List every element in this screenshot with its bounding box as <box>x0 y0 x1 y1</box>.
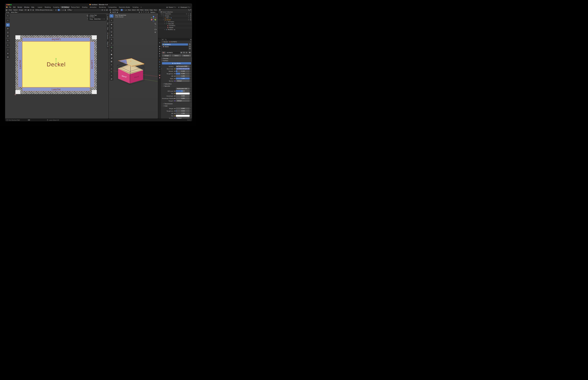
proportional-edit-icon[interactable]: ◎ <box>104 9 106 11</box>
workspace-tab[interactable]: Modeling <box>43 6 52 8</box>
decorator-dot[interactable] <box>190 81 191 81</box>
decorator-dot[interactable] <box>190 76 191 76</box>
property-field[interactable]: ● Principled BSDF <box>176 65 190 67</box>
viewport-tool-button[interactable]: ▣ <box>110 53 113 56</box>
move-gizmo[interactable] <box>52 57 60 66</box>
decorator-dot[interactable] <box>190 91 191 92</box>
outliner-row[interactable]: ▸ ⚙ Modifiers ▣ <box>158 29 192 31</box>
editor-type-icon[interactable]: ▧▾ <box>109 9 111 11</box>
property-field[interactable]: 0.000 <box>176 97 190 99</box>
vertex-dot[interactable] <box>144 63 144 64</box>
property-field[interactable]: 0.500 <box>176 90 190 92</box>
outliner-row[interactable]: ▾ + Empty ⊙ ▣ <box>158 15 192 17</box>
decorator-dot[interactable] <box>190 93 191 94</box>
workspace-tab[interactable]: Animation <box>89 6 98 8</box>
vertex-dot[interactable] <box>131 58 132 59</box>
uv-flap-right[interactable]: Lasche <box>90 41 94 87</box>
decorator-dot[interactable] <box>190 73 191 74</box>
uv-tool-button[interactable]: ↖ <box>6 14 10 18</box>
properties-tab[interactable]: ▥ <box>158 50 161 52</box>
search-icon[interactable] <box>188 9 190 10</box>
decorator-dot[interactable] <box>190 115 191 116</box>
viewport-tool-button[interactable]: ↥ <box>110 49 113 52</box>
viewport-menu-item[interactable]: Mesh <box>140 9 144 11</box>
panel-coat[interactable]: ▾Coat <box>161 105 192 107</box>
viewport-tool-button[interactable]: ⌖ <box>110 19 113 22</box>
viewport-tool-button[interactable]: ✚ <box>110 23 113 26</box>
outliner-row[interactable]: ▾ ☑ ▢ Collection ☑ ⊙ ▣ <box>158 13 192 15</box>
drag-mode-dropdown[interactable]: Select Box▾ <box>94 18 105 20</box>
hide-eye-icon[interactable]: ⊙ <box>188 17 189 19</box>
uv-menu-item[interactable]: UV <box>24 9 27 11</box>
remove-viewlayer-icon[interactable]: × <box>189 7 190 8</box>
sidebar-tab[interactable]: Tool <box>107 21 108 26</box>
snap-icon[interactable]: Ω▾ <box>101 9 104 11</box>
add-slot-button[interactable]: + <box>189 43 191 45</box>
uv-tool-button[interactable]: ◱ <box>6 31 10 34</box>
panel-subsurface[interactable]: ▸Subsurface <box>161 83 192 85</box>
viewport-tool-button[interactable]: ◢ <box>110 56 113 59</box>
vertex-dot[interactable] <box>138 65 138 65</box>
properties-tab[interactable]: ▽ <box>158 71 161 73</box>
mesh-select-mode-button[interactable]: ▰ <box>125 9 127 11</box>
outliner-row[interactable]: ▾ ▲ Deckel ⊙ ▣ <box>158 19 192 21</box>
sidebar-tab[interactable]: View <box>107 26 108 31</box>
panel-preview[interactable]: ▸Preview <box>161 57 192 59</box>
outliner-row[interactable]: ▾ ▽ Cube.002 <box>158 23 192 25</box>
delete-scene-icon[interactable]: × <box>175 7 176 8</box>
disable-render-camera-icon[interactable]: ▣ <box>190 15 191 17</box>
mirror-axis-button[interactable]: X <box>141 11 143 13</box>
navigation-gizmo[interactable]: Z Y X <box>150 16 156 22</box>
decorator-dot[interactable] <box>190 108 191 109</box>
open-image-icon[interactable]: ▤ <box>32 9 34 11</box>
viewport-menu-item[interactable]: View <box>127 9 131 11</box>
filter-funnel-icon[interactable]: ▼ <box>190 9 191 11</box>
material-slot[interactable]: INSIDE <box>162 46 188 48</box>
active-vertex-dot[interactable] <box>131 66 132 66</box>
disable-render-camera-icon[interactable]: ▣ <box>190 13 191 15</box>
fake-user-icon[interactable]: ◈ <box>180 52 183 54</box>
mesh-select-mode-button[interactable]: ∕ <box>123 9 125 11</box>
workspace-tab[interactable]: Texture Paint <box>70 6 81 8</box>
sidebar-tab[interactable]: Image <box>107 15 108 21</box>
selectable-checkbox-icon[interactable] <box>186 19 187 20</box>
options-dropdown[interactable]: Options▾ <box>150 11 157 13</box>
uv-select-mode-button[interactable]: ▰ <box>62 9 64 11</box>
zoom-icon[interactable] <box>155 23 156 24</box>
topbar-menu-item[interactable]: Help <box>30 6 35 8</box>
collection-checkbox-icon[interactable]: ☑ <box>161 13 162 15</box>
uv-map-selector[interactable]: UVMap▾ <box>67 9 74 11</box>
panel-specular[interactable]: ▾Specular <box>161 85 192 87</box>
properties-tab[interactable]: ▣ <box>158 45 161 47</box>
camera-view-icon[interactable] <box>155 29 156 30</box>
viewport-canvas[interactable]: Wand Wand <box>109 13 158 118</box>
properties-tab[interactable]: ◆ <box>158 52 161 55</box>
close-window-button[interactable] <box>6 4 8 5</box>
uv-tool-button[interactable]: ≋ <box>6 52 10 55</box>
properties-tab[interactable]: ▩ <box>158 76 161 79</box>
uv-menu-item[interactable]: View <box>8 9 13 11</box>
shading-mode-icon[interactable]: ◩ <box>114 11 116 13</box>
decorator-dot[interactable] <box>190 113 191 114</box>
uv-flap-top[interactable]: Lasche <box>22 38 90 41</box>
filter-funnel-icon[interactable]: ▼ <box>189 52 191 54</box>
scene-selector[interactable]: ▦ ▾ Scene ❐ × <box>166 6 177 8</box>
workspace-tab[interactable]: Layout <box>36 6 43 8</box>
properties-tab[interactable]: ∾ <box>158 68 161 70</box>
properties-tab[interactable]: ▢ <box>158 58 161 60</box>
outliner-row[interactable]: ● INSIDE <box>158 27 192 29</box>
panel-transmission[interactable]: ▸Transmission <box>161 103 192 105</box>
breadcrumb-material[interactable]: OUTMAT2 <box>171 41 177 43</box>
outliner-row[interactable]: ● OUTMAT2 <box>158 25 192 27</box>
uv-canvas[interactable]: Lasche Lasche Lasche Lasche Deckel <box>5 13 108 118</box>
viewport-tool-button[interactable]: △ <box>110 67 113 70</box>
expander-icon[interactable]: ▸ <box>164 29 165 30</box>
uv-tool-button[interactable]: ✎ <box>6 39 10 42</box>
uv-tool-button[interactable]: ✚ <box>6 23 10 27</box>
outliner-row[interactable]: ▸ ▲ Box ▽ ⚙ ⊙ ▣ <box>158 17 192 19</box>
viewport-tool-button[interactable]: ✎ <box>110 38 113 41</box>
expander-icon[interactable]: ▸ <box>164 21 165 22</box>
workspace-tab[interactable]: Geometry Nodes <box>118 6 131 8</box>
use-nodes-button[interactable]: ◧ Use Nodes <box>162 62 191 64</box>
shading-mode-icon[interactable]: ◪ <box>116 11 118 13</box>
